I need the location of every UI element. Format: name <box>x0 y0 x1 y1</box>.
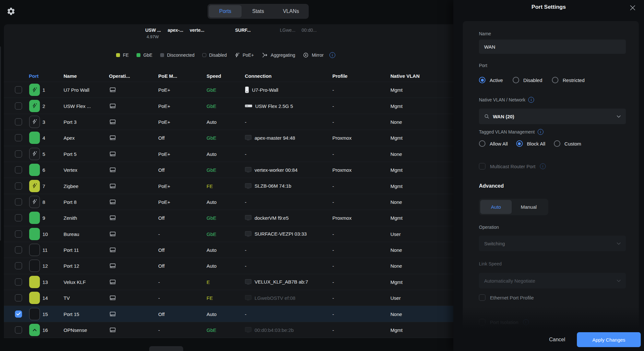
ethernet-port-profile-checkbox[interactable]: Ethernet Port Profile <box>479 294 626 301</box>
close-icon[interactable] <box>630 5 636 11</box>
multicast-info-icon[interactable]: i <box>540 163 546 169</box>
row-checkbox[interactable] <box>15 262 22 269</box>
ports-table-card: USW ... apex-... verte... SURF... LGwe..… <box>4 24 453 338</box>
mode-auto-button[interactable]: Auto <box>480 200 512 214</box>
column-header-port[interactable]: Port <box>29 73 39 79</box>
port-status-icon[interactable] <box>29 196 40 208</box>
tab-vlans[interactable]: VLANs <box>275 5 307 18</box>
table-row[interactable]: 2USW Flex ...PoE+GbEUSW Flex 2.5G 5-Mgmt <box>4 98 453 114</box>
radio-custom[interactable]: Custom <box>554 140 581 147</box>
table-row[interactable]: 10Bureau-GbESURFACE-VEZPI 03:33-User <box>4 226 453 242</box>
table-row[interactable]: 4ApexOffGbEapex-master 94:48ProxmoxMgmt <box>4 130 453 146</box>
radio-restricted[interactable]: Restricted <box>552 77 585 83</box>
table-row[interactable]: 7ZigbeePoE+FESLZB-06M 74:1b-Mgmt <box>4 178 453 194</box>
column-header-operation[interactable]: Operati... <box>109 73 130 79</box>
connection: SLZB-06M 74:1b <box>245 183 291 189</box>
port-status-icon[interactable] <box>29 244 40 256</box>
table-row[interactable]: 11Port 11OffAuto--None <box>4 242 453 258</box>
checkbox-icon <box>479 163 485 170</box>
link-speed-select[interactable]: Automatically Negotiate <box>479 273 626 288</box>
row-checkbox[interactable] <box>15 150 22 158</box>
row-checkbox[interactable] <box>15 230 22 238</box>
radio-block-all[interactable]: Block All <box>516 140 545 147</box>
table-row[interactable]: 8Port 8PoE+Auto--None <box>4 194 453 210</box>
port-status-icon[interactable] <box>29 292 40 304</box>
radio-active[interactable]: Active <box>479 77 503 83</box>
port-isolation-info-icon[interactable]: i <box>523 319 529 325</box>
table-row[interactable]: 6VertexOffGbEvertex-worker 00:84ProxmoxM… <box>4 162 453 178</box>
operation-select[interactable]: Switching <box>479 236 626 251</box>
speed: Auto <box>207 119 217 124</box>
port-status-icon[interactable] <box>29 276 40 288</box>
row-checkbox[interactable] <box>15 294 22 301</box>
table-row[interactable]: 9ZenithOffGbEdockerVM f9:e5ProxmoxMgmt <box>4 210 453 226</box>
legend-info-icon[interactable]: i <box>329 52 335 58</box>
row-checkbox[interactable] <box>15 214 22 221</box>
port-status-icon[interactable] <box>29 84 40 96</box>
column-header-profile[interactable]: Profile <box>332 73 348 79</box>
table-row[interactable]: 14TV-FELGwebOSTV ef:08-User <box>4 290 453 306</box>
port-status-icon[interactable] <box>29 148 40 160</box>
radio-allow-all[interactable]: Allow All <box>479 140 508 147</box>
row-checkbox[interactable] <box>15 246 22 253</box>
port-name: Apex <box>64 135 75 141</box>
port-status-icon[interactable] <box>29 308 40 320</box>
table-row[interactable]: 15Port 15OffAuto--None <box>4 306 453 322</box>
native-vlan-select[interactable]: WAN (20) <box>479 109 626 124</box>
mode-manual-button[interactable]: Manual <box>512 200 546 214</box>
checkbox-label: Multicast Router Port <box>490 164 535 169</box>
row-checkbox[interactable] <box>15 278 22 286</box>
port-status-icon[interactable] <box>29 228 40 240</box>
apply-changes-button[interactable]: Apply Changes <box>577 332 641 347</box>
radio-disabled[interactable]: Disabled <box>513 77 542 83</box>
tab-ports[interactable]: Ports <box>209 5 242 18</box>
port-name: Port 15 <box>64 311 79 317</box>
operation-device-icon <box>110 167 116 172</box>
column-header-poe-mode[interactable]: PoE M... <box>158 73 177 79</box>
tab-stats[interactable]: Stats <box>242 5 274 18</box>
port-status-icon[interactable] <box>29 180 40 192</box>
native-vlan-info-icon[interactable]: i <box>528 97 534 103</box>
column-header-connection[interactable]: Connection <box>245 73 272 79</box>
port-status-icon[interactable] <box>29 100 40 112</box>
profile: Proxmox <box>332 135 352 141</box>
port-number: 15 <box>42 311 48 317</box>
port-number: 11 <box>42 247 48 253</box>
row-checkbox[interactable] <box>15 102 22 110</box>
port-status-icon[interactable] <box>29 212 40 224</box>
row-checkbox[interactable] <box>15 310 22 318</box>
column-header-name[interactable]: Name <box>64 73 77 79</box>
port-status-icon[interactable] <box>29 164 40 176</box>
native-vlan: Mgmt <box>390 327 403 333</box>
port-name: Port 5 <box>64 151 77 157</box>
pagination-button-partial[interactable] <box>149 346 183 351</box>
row-checkbox[interactable] <box>15 166 22 173</box>
column-header-speed[interactable]: Speed <box>207 73 221 79</box>
row-checkbox[interactable] <box>15 118 22 125</box>
profile: - <box>332 87 334 93</box>
multicast-router-port-checkbox[interactable]: Multicast Router Port i <box>479 163 626 170</box>
table-row[interactable]: 16OPNsense-GbE00:d0:b4:03:be:2b-Mgmt <box>4 322 453 338</box>
row-checkbox[interactable] <box>15 182 22 190</box>
port-status-icon[interactable] <box>29 132 40 144</box>
port-status-icon[interactable] <box>29 260 40 272</box>
row-checkbox[interactable] <box>15 326 22 333</box>
tagged-vlan-info-icon[interactable]: i <box>538 129 543 135</box>
cancel-button[interactable]: Cancel <box>549 337 565 343</box>
settings-gear-icon[interactable] <box>6 7 16 16</box>
table-row[interactable]: 1U7 Pro WallPoE+GbEU7-Pro-Wall-Mgmt <box>4 82 453 98</box>
table-row[interactable]: 3Port 3PoE+Auto--None <box>4 114 453 130</box>
column-header-native-vlan[interactable]: Native VLAN <box>390 73 420 79</box>
table-row[interactable]: 5Port 5PoE+Auto--None <box>4 146 453 162</box>
port-status-icon[interactable] <box>29 324 40 336</box>
poe-mode: Off <box>158 167 165 173</box>
row-checkbox[interactable] <box>15 198 22 205</box>
table-row[interactable]: 13Velux KLF-EVELUX_KLF_AB7B ab:7-Mgmt <box>4 274 453 290</box>
row-checkbox[interactable] <box>15 134 22 141</box>
port-status-icon[interactable] <box>29 116 40 128</box>
table-row[interactable]: 12Port 12OffAuto--None <box>4 258 453 274</box>
connection-name: dockerVM f9:e5 <box>255 215 289 221</box>
name-input[interactable]: WAN <box>479 40 626 54</box>
port-isolation-checkbox[interactable]: Port Isolation i <box>479 319 626 325</box>
row-checkbox[interactable] <box>15 86 22 93</box>
